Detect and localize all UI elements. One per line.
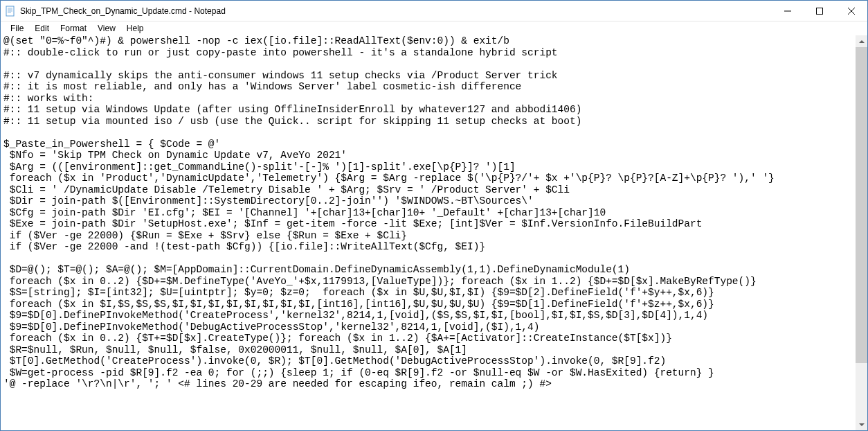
text-editor[interactable]: @(set "0=%~f0"^)#) & powershell -nop -c … — [1, 35, 856, 430]
close-button[interactable] — [835, 1, 867, 21]
menu-file[interactable]: File — [5, 22, 29, 35]
window-controls — [772, 1, 867, 21]
vertical-scrollbar[interactable] — [856, 35, 867, 430]
svg-rect-6 — [817, 8, 823, 15]
scroll-up-button[interactable] — [856, 35, 867, 47]
menu-format[interactable]: Format — [55, 22, 92, 35]
notepad-icon — [5, 6, 16, 17]
content-area: @(set "0=%~f0"^)#) & powershell -nop -c … — [1, 35, 867, 430]
titlebar: Skip_TPM_Check_on_Dynamic_Update.cmd - N… — [1, 1, 867, 21]
menubar: File Edit Format View Help — [1, 21, 867, 35]
scrollbar-track[interactable] — [856, 47, 867, 419]
menu-help[interactable]: Help — [121, 22, 150, 35]
maximize-button[interactable] — [804, 1, 835, 21]
menu-view[interactable]: View — [92, 22, 121, 35]
scroll-down-button[interactable] — [856, 419, 867, 430]
svg-marker-10 — [859, 423, 865, 426]
scrollbar-thumb[interactable] — [856, 47, 867, 363]
window-title: Skip_TPM_Check_on_Dynamic_Update.cmd - N… — [20, 6, 772, 16]
menu-edit[interactable]: Edit — [29, 22, 55, 35]
svg-marker-9 — [859, 40, 865, 43]
minimize-button[interactable] — [772, 1, 804, 21]
